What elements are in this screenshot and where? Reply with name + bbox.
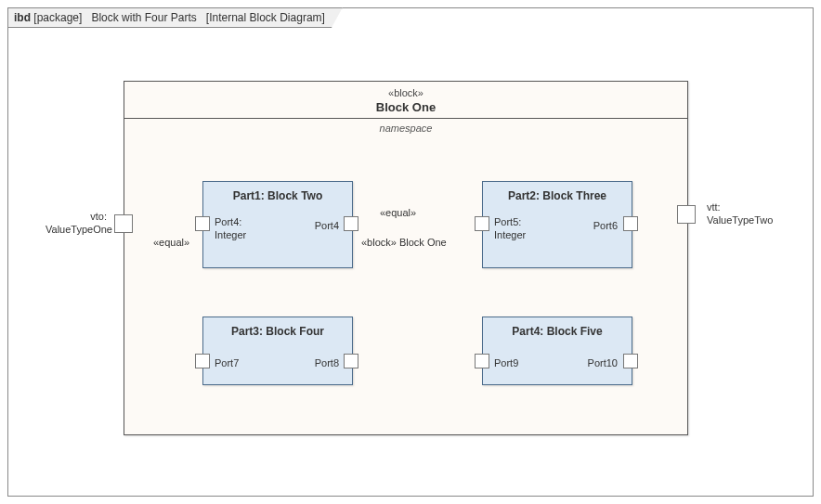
part2-port-right-label: Port6 <box>566 220 618 233</box>
frame-kind-suffix: [package] <box>33 11 82 24</box>
block-one-name: Block One <box>124 100 687 114</box>
part1-port-right-label: Port4 <box>287 220 339 233</box>
part4-title: Part4: Block Five <box>483 317 632 338</box>
diagram-frame: ibd [package] Block with Four Parts [Int… <box>7 7 814 497</box>
part4-port-left[interactable] <box>475 354 489 368</box>
part3-port-left-label: Port7 <box>215 357 239 370</box>
part4-port-left-label: Port9 <box>494 357 518 370</box>
part2-port-left-label: Port5: Integer <box>494 216 526 242</box>
connector-mid-type: «block» Block One <box>361 237 447 250</box>
outer-port-vtt[interactable] <box>677 205 696 224</box>
part3-title: Part3: Block Four <box>203 317 352 338</box>
part2-title: Part2: Block Three <box>483 182 632 202</box>
outer-port-vtt-label: vtt: ValueTypeTwo <box>707 201 773 227</box>
part3-port-right-label: Port8 <box>287 357 339 370</box>
frame-subtitle: [Internal Block Diagram] <box>206 11 325 24</box>
outer-port-vto-label: vto: ValueTypeOne <box>46 211 107 237</box>
part1-port-left-label: Port4: Integer <box>215 216 246 242</box>
frame-kind: ibd <box>14 11 31 24</box>
connector-mid-equal: «equal» <box>380 207 416 220</box>
part3-port-right[interactable] <box>344 354 358 368</box>
part4-block-five[interactable]: Part4: Block Five <box>482 317 632 385</box>
part4-port-right[interactable] <box>623 354 638 368</box>
part2-port-right[interactable] <box>623 216 638 231</box>
block-one-header: «block» Block One <box>124 82 687 119</box>
block-one-namespace: namespace <box>124 119 687 137</box>
part3-block-four[interactable]: Part3: Block Four <box>202 317 353 385</box>
part1-port-left[interactable] <box>195 216 210 231</box>
part1-title: Part1: Block Two <box>203 182 352 202</box>
part4-port-right-label: Port10 <box>562 357 618 370</box>
part1-port-right[interactable] <box>344 216 358 231</box>
connector-left-equal: «equal» <box>153 237 189 250</box>
part3-port-left[interactable] <box>195 354 210 368</box>
outer-port-vto[interactable] <box>114 214 133 233</box>
part2-port-left[interactable] <box>475 216 489 231</box>
frame-title: Block with Four Parts <box>91 11 196 24</box>
frame-title-tab: ibd [package] Block with Four Parts [Int… <box>7 7 343 28</box>
block-one-stereotype: «block» <box>124 87 687 98</box>
